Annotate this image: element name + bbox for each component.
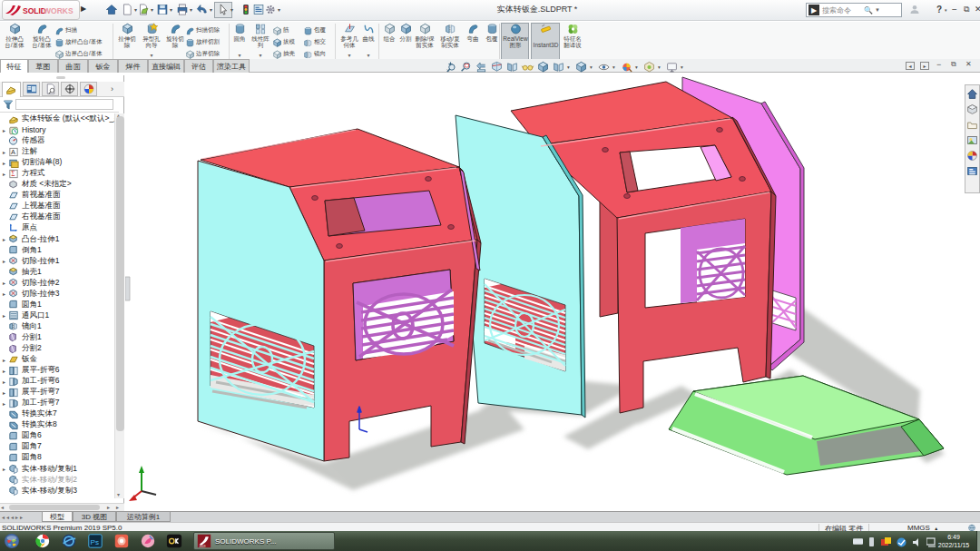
svg-text:2019: 2019	[199, 545, 205, 548]
svg-text:Σ: Σ	[11, 170, 15, 178]
svg-text:Ps: Ps	[91, 538, 99, 546]
svg-text:A: A	[11, 148, 15, 156]
svg-text:WORKS: WORKS	[44, 6, 74, 15]
